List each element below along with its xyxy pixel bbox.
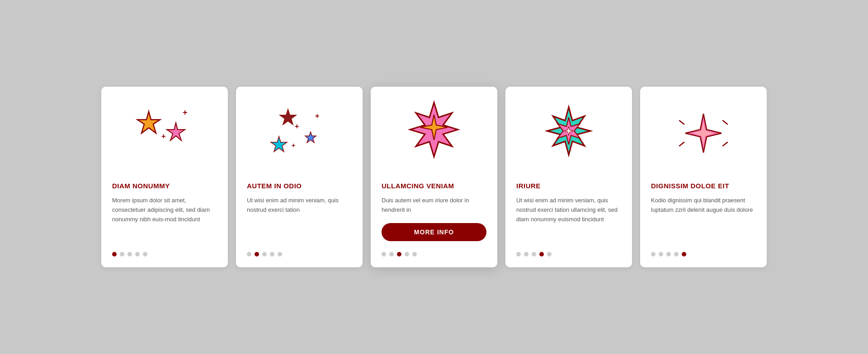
svg-line-19 <box>679 142 684 146</box>
svg-marker-0 <box>137 112 160 133</box>
svg-line-20 <box>723 142 727 146</box>
dot-4 <box>682 252 686 256</box>
dot-3 <box>405 252 409 256</box>
card-5-icon <box>651 100 756 172</box>
dot-2 <box>532 252 536 256</box>
dot-1 <box>524 252 528 256</box>
svg-line-18 <box>723 121 727 124</box>
svg-text:+: + <box>315 112 319 120</box>
dot-0 <box>382 252 386 256</box>
cards-container: + + DIAM NONUMMY Morem ipsum dolor sit a… <box>74 69 794 285</box>
card-3-dots <box>382 248 417 256</box>
svg-marker-1 <box>167 123 185 140</box>
dot-4 <box>547 252 552 256</box>
dot-4 <box>278 252 282 256</box>
more-info-button[interactable]: MORE INFO <box>382 223 486 241</box>
card-1: + + DIAM NONUMMY Morem ipsum dolor sit a… <box>101 87 228 267</box>
card-2-icon: + + + <box>247 100 352 172</box>
dot-4 <box>412 252 417 256</box>
svg-text:+: + <box>292 142 295 149</box>
dot-0 <box>516 252 521 256</box>
card-1-text: Morem ipsum dolor sit amet, consectetuer… <box>112 196 217 240</box>
dot-2 <box>397 252 401 256</box>
card-2-text: Ut wisi enim ad minim veniam, quis nostr… <box>247 196 352 240</box>
card-5-title: DIGNISSIM DOLOE EIT <box>651 182 729 191</box>
dot-1 <box>120 252 124 256</box>
dot-0 <box>112 252 117 256</box>
card-5-text: Kodio dignissim qui blandit praesent lup… <box>651 196 756 240</box>
card-3-icon <box>382 100 486 172</box>
dot-3 <box>539 252 544 256</box>
svg-marker-16 <box>693 121 714 145</box>
svg-marker-5 <box>271 136 287 152</box>
card-2-dots <box>247 248 282 256</box>
svg-text:+: + <box>183 108 188 117</box>
dot-1 <box>255 252 259 256</box>
dot-2 <box>262 252 267 256</box>
dot-3 <box>135 252 140 256</box>
card-4-icon <box>516 100 621 172</box>
dot-0 <box>247 252 251 256</box>
dot-3 <box>674 252 679 256</box>
card-1-dots <box>112 248 147 256</box>
svg-text:+: + <box>295 122 299 130</box>
svg-marker-4 <box>280 109 296 125</box>
svg-marker-6 <box>305 132 316 143</box>
card-1-icon: + + <box>112 100 217 172</box>
dot-3 <box>270 252 274 256</box>
svg-text:+: + <box>161 132 165 140</box>
card-2-title: AUTEM IN ODIO <box>247 182 302 191</box>
card-3-title: ULLAMCING VENIAM <box>382 182 454 191</box>
card-5-dots <box>651 248 686 256</box>
dot-2 <box>666 252 671 256</box>
dot-1 <box>659 252 663 256</box>
dot-4 <box>143 252 147 256</box>
card-4-text: Ut wisi enim ad minim veniam, quis nostr… <box>516 196 621 240</box>
card-2: + + + AUTEM IN ODIO Ut wisi enim ad mini… <box>236 87 363 267</box>
card-3-text: Duis autem vel eum iriure dolor in hendr… <box>382 196 486 215</box>
svg-line-17 <box>679 121 684 124</box>
card-4-title: IRIURE <box>516 182 541 191</box>
dot-0 <box>651 252 656 256</box>
card-4: IRIURE Ut wisi enim ad minim veniam, qui… <box>505 87 632 267</box>
card-4-dots <box>516 248 552 256</box>
card-3: ULLAMCING VENIAM Duis autem vel eum iriu… <box>371 87 497 267</box>
dot-2 <box>127 252 132 256</box>
dot-1 <box>389 252 394 256</box>
card-1-title: DIAM NONUMMY <box>112 182 170 191</box>
card-5: DIGNISSIM DOLOE EIT Kodio dignissim qui … <box>640 87 767 267</box>
